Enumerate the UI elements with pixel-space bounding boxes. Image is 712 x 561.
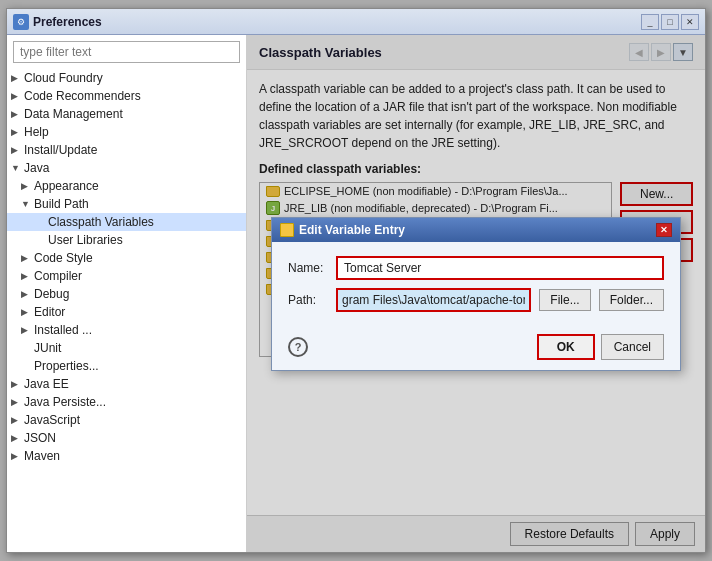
expand-icon: ▶ <box>11 415 21 425</box>
tree-item-label: User Libraries <box>48 233 123 247</box>
modal-close-button[interactable]: ✕ <box>656 223 672 237</box>
tree-item-label: JavaScript <box>24 413 80 427</box>
close-button[interactable]: ✕ <box>681 14 699 30</box>
expand-icon: ▶ <box>11 433 21 443</box>
tree-item-label: Code Style <box>34 251 93 265</box>
tree-item-label: Compiler <box>34 269 82 283</box>
tree-item-debug[interactable]: ▶ Debug <box>7 285 246 303</box>
title-bar: ⚙ Preferences _ □ ✕ <box>7 9 705 35</box>
tree-item-help[interactable]: ▶ Help <box>7 123 246 141</box>
tree-item-label: Appearance <box>34 179 99 193</box>
expand-icon: ▶ <box>11 127 21 137</box>
tree-item-label: Java <box>24 161 49 175</box>
expand-icon: ▼ <box>21 199 31 209</box>
expand-icon: ▶ <box>21 253 31 263</box>
minimize-button[interactable]: _ <box>641 14 659 30</box>
path-input-wrap <box>336 288 531 312</box>
tree-item-cloud-foundry[interactable]: ▶ Cloud Foundry <box>7 69 246 87</box>
modal-overlay: Edit Variable Entry ✕ Name: Path: <box>247 35 705 552</box>
file-button[interactable]: File... <box>539 289 590 311</box>
edit-variable-dialog: Edit Variable Entry ✕ Name: Path: <box>271 217 681 371</box>
tree-item-label: Install/Update <box>24 143 97 157</box>
title-bar-left: ⚙ Preferences <box>13 14 102 30</box>
expand-icon: ▼ <box>11 163 21 173</box>
tree-item-label: JUnit <box>34 341 61 355</box>
tree-item-installed[interactable]: ▶ Installed ... <box>7 321 246 339</box>
expand-icon: ▶ <box>11 109 21 119</box>
expand-icon: ▶ <box>21 325 31 335</box>
help-button[interactable]: ? <box>288 337 308 357</box>
tree-item-java-ee[interactable]: ▶ Java EE <box>7 375 246 393</box>
expand-icon: ▶ <box>11 145 21 155</box>
tree-item-label: Maven <box>24 449 60 463</box>
tree-item-label: Data Management <box>24 107 123 121</box>
tree-item-javascript[interactable]: ▶ JavaScript <box>7 411 246 429</box>
expand-icon: ▶ <box>11 379 21 389</box>
modal-title-bar: Edit Variable Entry ✕ <box>272 218 680 242</box>
expand-icon: ▶ <box>11 397 21 407</box>
ok-button[interactable]: OK <box>537 334 595 360</box>
expand-icon: ▶ <box>11 451 21 461</box>
tree-container: ▶ Cloud Foundry ▶ Code Recommenders ▶ Da… <box>7 69 246 552</box>
tree-item-json[interactable]: ▶ JSON <box>7 429 246 447</box>
window-controls: _ □ ✕ <box>641 14 699 30</box>
modal-path-row: Path: File... Folder... <box>288 288 664 312</box>
tree-item-build-path[interactable]: ▼ Build Path <box>7 195 246 213</box>
tree-item-classpath-variables[interactable]: Classpath Variables <box>7 213 246 231</box>
expand-icon: ▶ <box>21 271 31 281</box>
cancel-button[interactable]: Cancel <box>601 334 664 360</box>
tree-item-label: Classpath Variables <box>48 215 154 229</box>
window-icon: ⚙ <box>13 14 29 30</box>
expand-icon: ▶ <box>21 307 31 317</box>
expand-icon: ▶ <box>11 91 21 101</box>
modal-body: Name: Path: File... Folder... <box>272 242 680 328</box>
tree-item-install-update[interactable]: ▶ Install/Update <box>7 141 246 159</box>
content-area: ▶ Cloud Foundry ▶ Code Recommenders ▶ Da… <box>7 35 705 552</box>
tree-item-label: Properties... <box>34 359 99 373</box>
tree-item-compiler[interactable]: ▶ Compiler <box>7 267 246 285</box>
modal-title-icon <box>280 223 294 237</box>
tree-item-label: Installed ... <box>34 323 92 337</box>
expand-icon: ▶ <box>11 73 21 83</box>
modal-ok-cancel: OK Cancel <box>537 334 664 360</box>
tree-item-label: Cloud Foundry <box>24 71 103 85</box>
expand-icon: ▶ <box>21 289 31 299</box>
modal-name-row: Name: <box>288 256 664 280</box>
tree-item-label: Help <box>24 125 49 139</box>
tree-item-label: JSON <box>24 431 56 445</box>
tree-item-junit[interactable]: JUnit <box>7 339 246 357</box>
tree-item-label: Java Persiste... <box>24 395 106 409</box>
tree-item-maven[interactable]: ▶ Maven <box>7 447 246 465</box>
expand-icon <box>21 343 31 353</box>
tree-item-label: Build Path <box>34 197 89 211</box>
expand-icon <box>21 361 31 371</box>
tree-item-code-style[interactable]: ▶ Code Style <box>7 249 246 267</box>
tree-item-java-persistence[interactable]: ▶ Java Persiste... <box>7 393 246 411</box>
expand-icon: ▶ <box>21 181 31 191</box>
tree-item-java[interactable]: ▼ Java <box>7 159 246 177</box>
filter-input[interactable] <box>13 41 240 63</box>
tree-item-label: Java EE <box>24 377 69 391</box>
name-input[interactable] <box>336 256 664 280</box>
tree-item-user-libraries[interactable]: User Libraries <box>7 231 246 249</box>
tree-item-label: Debug <box>34 287 69 301</box>
preferences-window: ⚙ Preferences _ □ ✕ ▶ Cloud Foundry ▶ Co… <box>6 8 706 553</box>
modal-title-left: Edit Variable Entry <box>280 223 405 237</box>
path-input[interactable] <box>338 290 529 310</box>
maximize-button[interactable]: □ <box>661 14 679 30</box>
tree-item-label: Code Recommenders <box>24 89 141 103</box>
tree-item-appearance[interactable]: ▶ Appearance <box>7 177 246 195</box>
name-label: Name: <box>288 261 328 275</box>
tree-item-editor[interactable]: ▶ Editor <box>7 303 246 321</box>
right-panel: Classpath Variables ◀ ▶ ▼ A classpath va… <box>247 35 705 552</box>
window-title: Preferences <box>33 15 102 29</box>
tree-item-data-management[interactable]: ▶ Data Management <box>7 105 246 123</box>
left-panel: ▶ Cloud Foundry ▶ Code Recommenders ▶ Da… <box>7 35 247 552</box>
folder-button[interactable]: Folder... <box>599 289 664 311</box>
tree-item-code-recommenders[interactable]: ▶ Code Recommenders <box>7 87 246 105</box>
modal-title-text: Edit Variable Entry <box>299 223 405 237</box>
tree-item-label: Editor <box>34 305 65 319</box>
path-label: Path: <box>288 293 328 307</box>
tree-item-properties[interactable]: Properties... <box>7 357 246 375</box>
modal-bottom: ? OK Cancel <box>272 328 680 370</box>
